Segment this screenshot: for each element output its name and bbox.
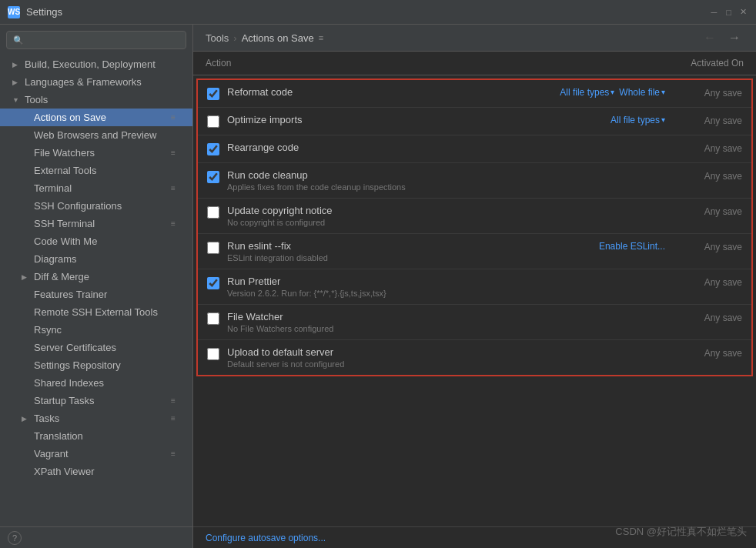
close-button[interactable]: ✕ — [738, 7, 748, 17]
sidebar-item-web-browsers-preview[interactable]: Web Browsers and Preview — [0, 126, 192, 144]
sidebar-item-settings-repository[interactable]: Settings Repository — [0, 356, 192, 374]
row-title: Run code cleanup — [227, 169, 308, 181]
sidebar-item-rsync[interactable]: Rsync — [0, 321, 192, 339]
row-activated: Any save — [665, 86, 742, 99]
row-subtitle: ESLint integration disabled — [227, 253, 665, 262]
back-button[interactable]: ← — [701, 31, 719, 45]
row-content: Upload to default server Default server … — [227, 346, 665, 369]
row-subtitle: Applies fixes from the code cleanup insp… — [227, 182, 665, 192]
col-header-activated: Activated On — [667, 58, 744, 68]
sidebar-item-label: SSH Terminal — [34, 218, 171, 229]
sidebar-item-tasks[interactable]: ▶ Tasks ≡ — [0, 409, 192, 427]
expand-icon: ▼ — [12, 96, 22, 104]
breadcrumb-current: Actions on Save — [242, 32, 314, 44]
row-activated: Any save — [665, 169, 742, 182]
row-content: Run eslint --fix Enable ESLint... ESLint… — [227, 240, 665, 262]
whole-file-button[interactable]: Whole file ▾ — [619, 87, 665, 98]
sidebar-item-xpath-viewer[interactable]: XPath Viewer — [0, 463, 192, 480]
sidebar-item-label: Startup Tasks — [34, 395, 171, 406]
window-controls: ─ □ ✕ — [709, 7, 748, 17]
enable-eslint-button[interactable]: Enable ESLint... — [599, 241, 665, 252]
all-file-types-button[interactable]: All file types ▾ — [610, 115, 665, 125]
file-watcher-checkbox[interactable] — [207, 312, 219, 325]
update-copyright-checkbox[interactable] — [207, 206, 219, 219]
settings-icon: ≡ — [171, 184, 183, 192]
table-row: Upload to default server Default server … — [198, 340, 751, 375]
settings-icon: ≡ — [171, 449, 183, 458]
sidebar-item-label: Rsync — [34, 324, 183, 336]
expand-icon: ▶ — [12, 79, 22, 86]
run-code-cleanup-checkbox[interactable] — [207, 171, 219, 183]
sidebar-item-terminal[interactable]: Terminal ≡ — [0, 179, 192, 197]
sidebar-item-diagrams[interactable]: Diagrams — [0, 250, 192, 268]
sidebar-item-label: Languages & Frameworks — [25, 76, 183, 88]
sidebar-item-diff-merge[interactable]: ▶ Diff & Merge — [0, 268, 192, 286]
sidebar-item-label: File Watchers — [34, 147, 171, 159]
sidebar-item-build-execution[interactable]: ▶ Build, Execution, Deployment — [0, 55, 192, 73]
maximize-button[interactable]: □ — [724, 7, 734, 17]
row-activated: Any save — [665, 276, 742, 288]
sidebar-item-server-certificates[interactable]: Server Certificates — [0, 339, 192, 356]
search-icon: 🔍 — [13, 35, 24, 45]
row-top: Rearrange code — [227, 142, 665, 153]
row-top: File Watcher — [227, 311, 665, 322]
sidebar-item-label: External Tools — [34, 165, 183, 176]
search-input[interactable] — [28, 35, 179, 45]
minimize-button[interactable]: ─ — [709, 7, 719, 17]
sidebar-item-vagrant[interactable]: Vagrant ≡ — [0, 445, 192, 463]
sidebar-item-actions-on-save[interactable]: Actions on Save ≡ — [0, 109, 192, 126]
upload-default-server-checkbox[interactable] — [207, 348, 219, 360]
sidebar-item-label: Web Browsers and Preview — [34, 129, 183, 141]
sidebar-item-ssh-configurations[interactable]: SSH Configurations — [0, 197, 192, 215]
sidebar-item-file-watchers[interactable]: File Watchers ≡ — [0, 144, 192, 162]
rearrange-code-checkbox[interactable] — [207, 143, 219, 155]
optimize-imports-checkbox[interactable] — [207, 115, 219, 128]
sidebar-item-tools[interactable]: ▼ Tools — [0, 91, 192, 109]
row-subtitle: No File Watchers configured — [227, 324, 665, 333]
configure-autosave-link[interactable]: Configure autosave options... — [206, 533, 326, 543]
table-body: Reformat code All file types ▾ Whole fil… — [196, 79, 753, 376]
all-file-types-button[interactable]: All file types ▾ — [560, 87, 614, 98]
content-header: Tools › Actions on Save ≡ ← → — [193, 25, 756, 52]
sidebar-item-languages-frameworks[interactable]: ▶ Languages & Frameworks — [0, 73, 192, 91]
sidebar-item-label: Tasks — [34, 413, 171, 424]
sidebar-item-label: SSH Configurations — [34, 200, 183, 212]
sidebar-item-code-with-me[interactable]: Code With Me — [0, 232, 192, 250]
row-top: Run code cleanup — [227, 169, 665, 181]
row-top: Run eslint --fix Enable ESLint... — [227, 240, 665, 252]
sidebar-item-external-tools[interactable]: External Tools — [0, 162, 192, 179]
row-tags: Enable ESLint... — [599, 241, 665, 252]
sidebar-item-remote-ssh[interactable]: Remote SSH External Tools — [0, 303, 192, 321]
sidebar-item-translation[interactable]: Translation — [0, 427, 192, 445]
sidebar-item-label: Build, Execution, Deployment — [25, 58, 183, 70]
sidebar-item-features-trainer[interactable]: Features Trainer — [0, 286, 192, 303]
navigation-buttons: ← → — [701, 31, 744, 45]
row-subtitle: Version 2.6.2. Run for: {**/*,*}.{js,ts,… — [227, 289, 665, 298]
help-button[interactable]: ? — [8, 531, 22, 545]
row-content: Rearrange code — [227, 142, 665, 153]
forward-button[interactable]: → — [725, 31, 744, 45]
content-area: Tools › Actions on Save ≡ ← → Action Act… — [193, 25, 756, 548]
sidebar-item-ssh-terminal[interactable]: SSH Terminal ≡ — [0, 215, 192, 232]
sidebar-item-startup-tasks[interactable]: Startup Tasks ≡ — [0, 392, 192, 409]
sidebar-item-shared-indexes[interactable]: Shared Indexes — [0, 374, 192, 392]
row-activated: Any save — [665, 240, 742, 252]
search-box[interactable]: 🔍 — [6, 31, 186, 49]
row-activated: Any save — [665, 114, 742, 126]
titlebar: WS Settings ─ □ ✕ — [0, 0, 756, 25]
reformat-code-checkbox[interactable] — [207, 88, 219, 100]
row-activated: Any save — [665, 346, 742, 359]
window-title: Settings — [26, 6, 709, 18]
row-content: Optimize imports All file types ▾ — [227, 114, 665, 125]
sidebar-item-label: Settings Repository — [34, 359, 183, 371]
row-title: Reformat code — [227, 86, 293, 98]
row-title: Rearrange code — [227, 142, 299, 153]
settings-icon: ≡ — [171, 113, 183, 122]
run-prettier-checkbox[interactable] — [207, 277, 219, 289]
row-title: Run Prettier — [227, 276, 280, 287]
run-eslint-checkbox[interactable] — [207, 242, 219, 254]
table-row: Run Prettier Version 2.6.2. Run for: {**… — [198, 269, 751, 305]
row-title: Upload to default server — [227, 346, 333, 358]
row-content: Reformat code All file types ▾ Whole fil… — [227, 86, 665, 98]
row-title: Update copyright notice — [227, 205, 333, 216]
